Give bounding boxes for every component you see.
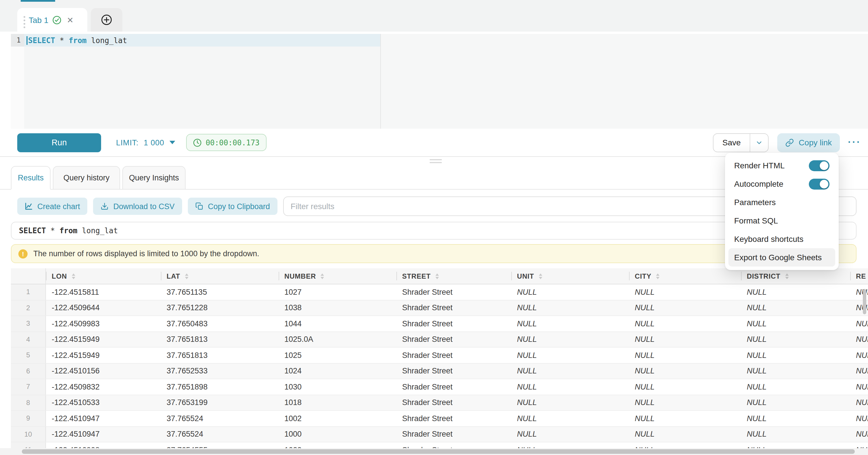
tab-results[interactable]: Results bbox=[11, 166, 51, 189]
table-row[interactable]: 1-122.451581137.76511351027Shrader Stree… bbox=[11, 284, 868, 300]
create-chart-button[interactable]: Create chart bbox=[17, 198, 88, 215]
menu-item-parameters[interactable]: Parameters bbox=[728, 193, 835, 211]
table-cell[interactable]: NULL bbox=[741, 411, 850, 426]
table-row[interactable]: 6-122.451015637.76525331024Shrader Stree… bbox=[11, 363, 868, 379]
table-cell[interactable]: NULL bbox=[511, 284, 629, 300]
table-cell[interactable]: 1018 bbox=[279, 395, 396, 410]
table-cell[interactable]: NULL bbox=[741, 300, 850, 315]
table-cell[interactable]: -122.4515949 bbox=[46, 347, 161, 363]
limit-dropdown[interactable]: LIMIT: 1 000 bbox=[116, 138, 175, 147]
table-cell[interactable]: NULL bbox=[511, 332, 629, 347]
table-cell[interactable]: Shrader Street bbox=[396, 363, 511, 378]
autocomplete-toggle[interactable] bbox=[809, 178, 830, 189]
table-row[interactable]: 3-122.450998337.76504831044Shrader Stree… bbox=[11, 316, 868, 332]
table-cell[interactable]: Shrader Street bbox=[396, 316, 511, 331]
table-cell[interactable]: 37.7651813 bbox=[161, 332, 279, 347]
table-cell[interactable]: -122.4510947 bbox=[46, 411, 161, 426]
more-options-button[interactable]: ··· bbox=[848, 137, 861, 148]
table-cell[interactable]: NULL bbox=[629, 332, 741, 347]
table-cell[interactable]: 1002 bbox=[279, 411, 396, 426]
table-cell[interactable]: 1024 bbox=[279, 363, 396, 378]
table-cell[interactable]: 1044 bbox=[279, 316, 396, 331]
table-cell[interactable]: NULL bbox=[511, 379, 629, 394]
table-cell[interactable]: NULL bbox=[629, 395, 741, 410]
table-row[interactable]: 7-122.450983237.76518981030Shrader Stree… bbox=[11, 379, 868, 395]
sort-icon[interactable] bbox=[538, 273, 542, 279]
table-cell[interactable]: NULL bbox=[850, 347, 868, 363]
table-cell[interactable]: NULL bbox=[850, 411, 868, 426]
table-cell[interactable]: -122.4509832 bbox=[46, 379, 161, 394]
table-cell[interactable]: NULL bbox=[511, 316, 629, 331]
table-cell[interactable]: Shrader Street bbox=[396, 347, 511, 363]
table-cell[interactable]: -122.4510156 bbox=[46, 363, 161, 378]
column-header-street[interactable]: STREET bbox=[396, 268, 511, 284]
table-cell[interactable]: NULL bbox=[629, 284, 741, 300]
table-cell[interactable]: 1000 bbox=[279, 427, 396, 442]
menu-item-format-sql[interactable]: Format SQL bbox=[728, 211, 835, 230]
table-cell[interactable]: Shrader Street bbox=[396, 379, 511, 394]
table-cell[interactable]: -122.4510533 bbox=[46, 395, 161, 410]
table-cell[interactable]: 37.765524 bbox=[161, 427, 279, 442]
column-header-unit[interactable]: UNIT bbox=[511, 268, 629, 284]
table-cell[interactable]: NULL bbox=[741, 395, 850, 410]
table-cell[interactable]: NULL bbox=[741, 316, 850, 331]
table-cell[interactable]: NULL bbox=[511, 347, 629, 363]
sort-icon[interactable] bbox=[185, 273, 188, 279]
table-cell[interactable]: 37.7653199 bbox=[161, 395, 279, 410]
table-cell[interactable]: 1025 bbox=[279, 347, 396, 363]
table-cell[interactable]: NULL bbox=[629, 427, 741, 442]
run-button[interactable]: Run bbox=[17, 133, 101, 152]
table-cell[interactable]: NULL bbox=[741, 427, 850, 442]
code-area[interactable]: 1 SELECT * from long_lat bbox=[11, 34, 380, 129]
vertical-scrollbar[interactable] bbox=[863, 289, 866, 314]
table-cell[interactable]: NULL bbox=[511, 300, 629, 315]
table-cell[interactable]: NULL bbox=[511, 411, 629, 426]
table-cell[interactable]: -122.4509644 bbox=[46, 300, 161, 315]
table-cell[interactable]: 1027 bbox=[279, 284, 396, 300]
column-header-lat[interactable]: LAT bbox=[161, 268, 279, 284]
table-cell[interactable]: 37.7651135 bbox=[161, 284, 279, 300]
table-cell[interactable]: 37.7651228 bbox=[161, 300, 279, 315]
sql-line-1[interactable]: SELECT * from long_lat bbox=[24, 34, 380, 47]
column-header-re[interactable]: RE bbox=[850, 268, 868, 284]
table-row[interactable]: 2-122.450964437.76512281038Shrader Stree… bbox=[11, 300, 868, 316]
tab-query-history[interactable]: Query history bbox=[53, 166, 120, 189]
table-cell[interactable]: NULL bbox=[741, 332, 850, 347]
table-cell[interactable]: NULL bbox=[850, 363, 868, 378]
sql-editor[interactable]: 1 SELECT * from long_lat bbox=[0, 32, 868, 129]
table-cell[interactable]: 37.7651813 bbox=[161, 347, 279, 363]
sort-icon[interactable] bbox=[785, 273, 788, 279]
table-cell[interactable]: NULL bbox=[629, 316, 741, 331]
close-tab-icon[interactable]: ✕ bbox=[67, 16, 73, 24]
table-cell[interactable]: Shrader Street bbox=[396, 427, 511, 442]
table-cell[interactable]: NULL bbox=[511, 395, 629, 410]
table-cell[interactable]: NULL bbox=[850, 379, 868, 394]
table-cell[interactable]: 1025.0A bbox=[279, 332, 396, 347]
menu-item-export-google-sheets[interactable]: Export to Google Sheets bbox=[728, 248, 835, 267]
tab-drag-handle-icon[interactable] bbox=[24, 16, 25, 18]
column-header-district[interactable]: DISTRICT bbox=[741, 268, 850, 284]
table-cell[interactable]: Shrader Street bbox=[396, 300, 511, 315]
sort-icon[interactable] bbox=[656, 273, 659, 279]
new-tab-button[interactable] bbox=[91, 8, 122, 32]
table-cell[interactable]: Shrader Street bbox=[396, 395, 511, 410]
table-cell[interactable]: -122.4515811 bbox=[46, 284, 161, 300]
table-cell[interactable]: NULL bbox=[629, 411, 741, 426]
table-cell[interactable]: NULL bbox=[741, 347, 850, 363]
copy-to-clipboard-button[interactable]: Copy to Clipboard bbox=[188, 198, 277, 215]
table-cell[interactable]: 37.765524 bbox=[161, 411, 279, 426]
table-cell[interactable]: Shrader Street bbox=[396, 411, 511, 426]
table-cell[interactable]: 37.7651898 bbox=[161, 379, 279, 394]
table-cell[interactable]: -122.4510947 bbox=[46, 427, 161, 442]
table-row[interactable]: 5-122.451594937.76518131025Shrader Stree… bbox=[11, 347, 868, 363]
sort-icon[interactable] bbox=[71, 273, 75, 279]
table-cell[interactable]: 1038 bbox=[279, 300, 396, 315]
table-cell[interactable]: 1030 bbox=[279, 379, 396, 394]
table-cell[interactable]: NULL bbox=[511, 427, 629, 442]
table-cell[interactable]: NULL bbox=[850, 395, 868, 410]
pane-resize-handle[interactable] bbox=[430, 159, 442, 165]
table-cell[interactable]: 37.7652533 bbox=[161, 363, 279, 378]
table-cell[interactable]: NULL bbox=[850, 332, 868, 347]
table-cell[interactable]: -122.4515949 bbox=[46, 332, 161, 347]
table-cell[interactable]: NULL bbox=[629, 347, 741, 363]
